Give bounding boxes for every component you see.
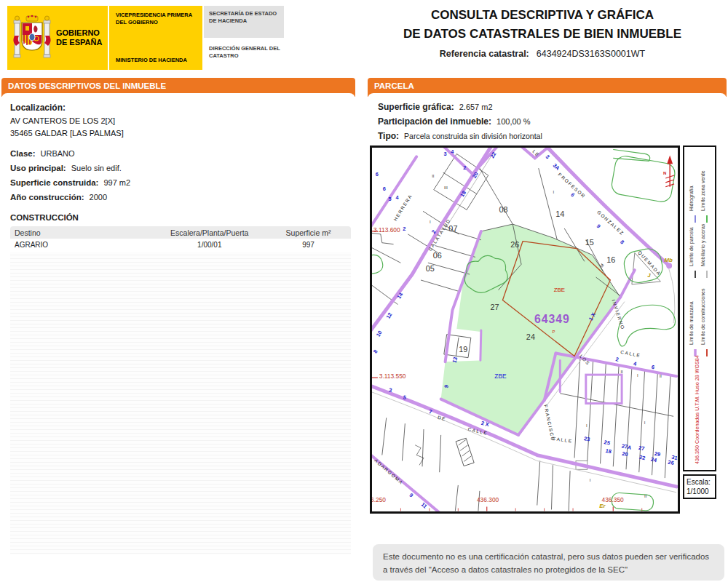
coat-of-arms-icon	[13, 14, 51, 62]
map-label: J	[647, 272, 651, 279]
field-value: Parcela construida sin división horizont…	[404, 132, 542, 140]
title-line-1: CONSULTA DESCRIPTIVA Y GRÁFICA	[360, 6, 724, 25]
map-label: 07	[448, 224, 457, 233]
map-label: 20	[622, 450, 629, 458]
map-label: I	[586, 423, 587, 428]
legend-entry-label: Límite zona verde	[700, 170, 705, 211]
table-header-cell: Destino	[10, 228, 154, 237]
map-label: Mb	[664, 257, 673, 263]
property-fields: Clase:URBANOUso principal:Suelo sin edif…	[10, 149, 349, 202]
disclaimer-box: Este documento no es una certificación c…	[373, 544, 724, 581]
map-label: 2	[430, 228, 438, 234]
logo-yellow-box: GOBIERNO DE ESPAÑA	[7, 6, 108, 70]
field-row: Participación del inmueble:100,00 %	[378, 116, 727, 127]
map-label: I	[430, 220, 431, 224]
map-label: ADARGOMA	[373, 458, 404, 485]
map-label: 8	[372, 348, 379, 354]
map-label: 2	[403, 226, 405, 232]
map-label: 27	[638, 445, 645, 453]
map-label: ZBE	[494, 372, 507, 380]
address-line-1: AV CANTEROS DE LOS 2[X]	[10, 116, 349, 125]
map-label: I	[553, 190, 555, 194]
map-label: 64349	[534, 313, 570, 325]
field-row: Uso principal:Suelo sin edif.	[10, 164, 349, 172]
field-row: Superficie gráfica:2.657 m2	[378, 102, 727, 112]
escala-label: Escala:	[687, 478, 715, 487]
map-label: 14	[555, 210, 564, 218]
parcel-fields: Superficie gráfica:2.657 m2Participación…	[378, 102, 727, 141]
field-label: Superficie construida:	[10, 178, 98, 187]
legend-entry-label: Límite de manzana	[689, 301, 694, 345]
construccion-table: DestinoEscalera/Planta/PuertaSuperficie …	[10, 226, 351, 250]
map-label: 3	[545, 154, 551, 160]
map-label: II	[660, 374, 662, 378]
map-label: 18	[605, 447, 612, 455]
field-label: Tipo:	[378, 131, 399, 141]
legend-drawing: HidrografíaLímite zona verdeLímite de pa…	[684, 147, 715, 470]
map-label: 06	[433, 251, 442, 260]
map-label: 4	[395, 194, 399, 201]
map-label: 10	[375, 330, 384, 338]
cadastral-reference: Referencia catastral:6434924DS3163S0001W…	[360, 49, 724, 59]
field-row: Tipo:Parcela construida sin división hor…	[378, 131, 727, 141]
datos-descriptivos-card: Localización: AV CANTEROS DE LOS 2[X] 35…	[1, 93, 355, 575]
map-label: 436.300	[477, 496, 499, 503]
map-label: I	[637, 373, 638, 378]
map-label: 5	[389, 196, 392, 202]
field-label: Año construcción:	[10, 193, 84, 202]
field-row: Clase:URBANO	[10, 149, 349, 158]
field-row: Superficie construida:997 m2	[10, 178, 349, 187]
legend-entry-label: Límite de construcciones	[700, 288, 705, 345]
map-label: 26	[668, 459, 675, 467]
map-label: III	[444, 186, 448, 190]
table-cell: 997	[266, 241, 351, 249]
government-banner: GOBIERNO DE ESPAÑA VICEPRESIDENCIA PRIME…	[7, 6, 284, 70]
map-label: 19	[459, 345, 467, 354]
legend-entry-label: Mobiliario y aceras	[700, 223, 706, 266]
map-label: 9	[596, 223, 602, 229]
utm-coordinates-note: 436.350 Coordenadas U.T.M. Huso 28 WGS84	[694, 355, 700, 464]
map-legend: HidrografíaLímite zona verdeLímite de pa…	[683, 146, 716, 471]
table-cell: 1/00/01	[154, 241, 266, 249]
reference-label: Referencia catastral:	[440, 49, 529, 59]
field-label: Superficie gráfica:	[378, 102, 454, 112]
map-label: 6	[651, 364, 655, 371]
map-label: 23	[583, 435, 590, 443]
map-label: 2	[615, 356, 620, 363]
map-label: Er	[599, 503, 606, 509]
map-label: II	[432, 174, 435, 178]
table-row: AGRARIO1/00/01997	[10, 239, 351, 250]
empty-rows-stripes	[10, 252, 351, 554]
map-label: 24	[650, 456, 658, 464]
map-label: 3.113.600	[373, 226, 400, 234]
table-header-cell: Escalera/Planta/Puerta	[154, 228, 266, 237]
map-label: 4	[633, 360, 638, 367]
map-label: 15	[585, 238, 594, 247]
map-label: II	[644, 494, 647, 498]
map-label: 08	[499, 205, 507, 214]
map-label: 7	[428, 408, 432, 415]
parcela-card: Superficie gráfica:2.657 m2Participación…	[368, 93, 727, 538]
field-label: Clase:	[10, 149, 36, 158]
title-line-2: DE DATOS CATASTRALES DE BIEN INMUEBLE	[360, 25, 724, 44]
table-header-cell: Superficie m²	[266, 228, 351, 237]
direccion-catastro-label: DIRECCIÓN GENERAL DEL CATASTRO	[209, 45, 280, 60]
ministerio-label: MINISTERIO DE HACIENDA	[116, 57, 199, 64]
construccion-title: CONSTRUCCIÓN	[10, 213, 349, 222]
map-label: CALLE	[620, 349, 641, 358]
field-value: Suelo sin edif.	[71, 164, 122, 172]
map-label: 2	[463, 164, 466, 171]
field-value: 100,00 %	[496, 117, 530, 126]
map-label: 6.250	[372, 496, 386, 503]
gobierno-de-espana-label: GOBIERNO DE ESPAÑA	[56, 28, 102, 47]
cadastral-map: CALATAYUDHERRERAPROFESORGONZALEZQUEMADAC…	[370, 146, 680, 514]
field-value: URBANO	[41, 149, 75, 158]
disclaimer-text: Este documento no es una certificación c…	[383, 552, 709, 574]
document-title: CONSULTA DESCRIPTIVA Y GRÁFICA DE DATOS …	[360, 6, 724, 59]
scale-box: Escala: 1/1000	[683, 474, 716, 499]
table-cell: AGRARIO	[10, 241, 154, 249]
field-row: Año construcción:2000	[10, 193, 349, 202]
table-body: AGRARIO1/00/01997	[10, 239, 351, 250]
map-label: 3A	[552, 162, 562, 172]
map-label: 2 X	[480, 420, 490, 428]
